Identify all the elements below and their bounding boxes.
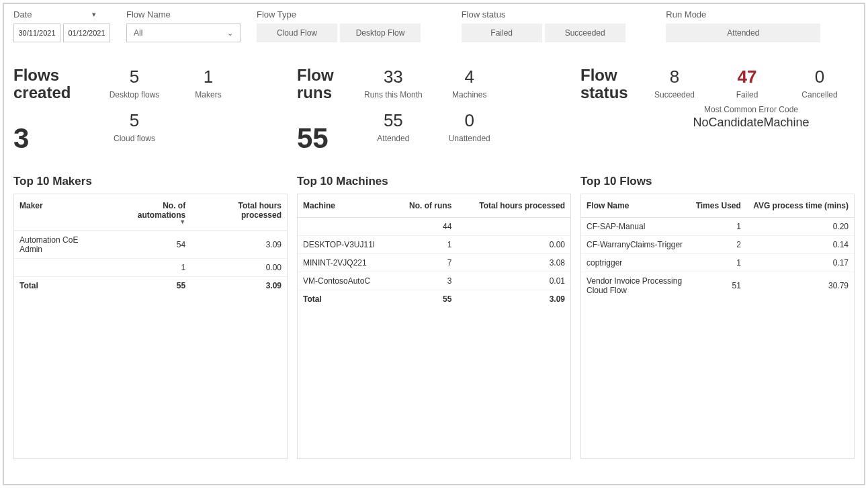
desktop-flows-label: Desktop flows <box>107 90 161 99</box>
cloud-flows-label: Cloud flows <box>107 134 161 143</box>
makers-col-automations[interactable]: No. of automations ▼ <box>107 194 191 231</box>
flow-status-succeeded-button[interactable]: Succeeded <box>545 24 625 42</box>
cancelled-value: 0 <box>793 67 847 87</box>
filter-flow-name-label: Flow Name <box>126 9 241 19</box>
runs-month-label: Runs this Month <box>364 90 423 99</box>
machines-value: 4 <box>443 67 496 87</box>
table-card-machines: Top 10 Machines Machine No. of runs Tota… <box>297 175 571 459</box>
filter-bar: Date ▾ Flow Name All ⌄ Flow Type Cloud F… <box>13 9 855 42</box>
makers-table: Maker No. of automations ▼ Total hours p… <box>14 194 287 294</box>
makers-col-maker[interactable]: Maker <box>14 194 107 231</box>
table-row[interactable]: Vendor Invoice Processing Cloud Flow 51 … <box>581 272 854 299</box>
cancelled-label: Cancelled <box>793 90 847 99</box>
flows-table: Flow Name Times Used AVG process time (m… <box>581 194 854 299</box>
table-total-row: Total 55 3.09 <box>14 276 287 294</box>
unattended-value: 0 <box>443 110 496 131</box>
metrics-row: Flows created 3 5 Desktop flows 5 Cloud … <box>13 67 855 155</box>
machines-col-machine[interactable]: Machine <box>298 194 394 218</box>
flow-name-value: All <box>134 28 142 38</box>
filter-flow-name: Flow Name All ⌄ <box>126 9 241 42</box>
flows-col-avg[interactable]: AVG process time (mins) <box>746 194 854 218</box>
machines-label: Machines <box>443 90 496 99</box>
machines-col-runs[interactable]: No. of runs <box>394 194 457 218</box>
error-code-label: Most Common Error Code <box>648 105 855 114</box>
table-row[interactable]: CF-SAP-Manual 1 0.20 <box>581 217 854 235</box>
makers-value: 1 <box>181 67 235 87</box>
makers-label: Makers <box>181 90 235 99</box>
filter-run-mode-label: Run Mode <box>666 9 855 19</box>
table-flows-title: Top 10 Flows <box>580 175 855 188</box>
succeeded-label: Succeeded <box>648 90 701 99</box>
card-flow-runs-title: Flow runs <box>297 67 344 102</box>
chevron-down-icon[interactable]: ▾ <box>92 10 96 19</box>
unattended-label: Unattended <box>443 134 496 143</box>
flow-type-desktop-button[interactable]: Desktop Flow <box>340 24 421 42</box>
attended-value: 55 <box>364 110 423 131</box>
flows-col-name[interactable]: Flow Name <box>581 194 689 218</box>
table-row[interactable]: DESKTOP-V3UJ11I 1 0.00 <box>298 235 570 253</box>
failed-value: 47 <box>720 67 774 87</box>
cloud-flows-value: 5 <box>107 110 161 131</box>
table-row[interactable]: 44 <box>298 217 570 235</box>
error-code-value: NoCandidateMachine <box>648 116 855 130</box>
date-start-input[interactable] <box>13 24 60 42</box>
machines-table: Machine No. of runs Total hours processe… <box>298 194 570 308</box>
table-row[interactable]: VM-ContosoAutoC 3 0.01 <box>298 272 570 290</box>
table-card-flows: Top 10 Flows Flow Name Times Used AVG pr… <box>580 175 855 459</box>
desktop-flows-value: 5 <box>107 67 161 87</box>
chevron-down-icon: ⌄ <box>227 29 233 38</box>
flow-type-cloud-button[interactable]: Cloud Flow <box>257 24 337 42</box>
filter-flow-status-label: Flow status <box>462 9 650 19</box>
card-flow-status: Flow status 8 Succeeded 47 Failed 0 Canc… <box>580 67 855 155</box>
card-flows-created: Flows created 3 5 Desktop flows 5 Cloud … <box>13 67 288 155</box>
card-flow-runs: Flow runs 55 33 Runs this Month 55 Atten… <box>297 67 571 155</box>
flows-created-big: 3 <box>13 122 87 155</box>
attended-label: Attended <box>364 134 423 143</box>
table-makers-title: Top 10 Makers <box>13 175 288 188</box>
filter-date: Date ▾ <box>13 9 110 42</box>
flows-col-times[interactable]: Times Used <box>689 194 746 218</box>
table-card-makers: Top 10 Makers Maker No. of automations ▼… <box>13 175 288 459</box>
card-flows-created-title: Flows created <box>13 67 87 102</box>
run-mode-attended-button[interactable]: Attended <box>666 24 820 42</box>
flow-status-failed-button[interactable]: Failed <box>462 24 542 42</box>
table-row[interactable]: CF-WarranyClaims-Trigger 2 0.14 <box>581 235 854 253</box>
filter-flow-status: Flow status Failed Succeeded <box>462 9 650 42</box>
succeeded-value: 8 <box>648 67 701 87</box>
table-row[interactable]: coptrigger 1 0.17 <box>581 253 854 272</box>
filter-date-label: Date <box>13 9 32 19</box>
filter-flow-type: Flow Type Cloud Flow Desktop Flow <box>257 9 445 42</box>
table-row[interactable]: MININT-2VJQ221 7 3.08 <box>298 253 570 272</box>
flow-name-dropdown[interactable]: All ⌄ <box>126 24 241 42</box>
tables-row: Top 10 Makers Maker No. of automations ▼… <box>13 175 855 459</box>
table-total-row: Total 55 3.09 <box>298 290 570 308</box>
table-row[interactable]: Automation CoE Admin 54 3.09 <box>14 231 287 258</box>
failed-label: Failed <box>720 90 774 99</box>
machines-col-hours[interactable]: Total hours processed <box>457 194 570 218</box>
table-row[interactable]: 1 0.00 <box>14 258 287 276</box>
filter-flow-type-label: Flow Type <box>257 9 445 19</box>
table-machines-title: Top 10 Machines <box>297 175 571 188</box>
sort-desc-icon: ▼ <box>113 220 185 224</box>
runs-month-value: 33 <box>364 67 423 87</box>
filter-run-mode: Run Mode Attended <box>666 9 855 42</box>
flow-runs-big: 55 <box>297 122 344 155</box>
makers-col-hours[interactable]: Total hours processed <box>191 194 287 231</box>
card-flow-status-title: Flow status <box>580 67 627 102</box>
date-end-input[interactable] <box>63 24 110 42</box>
